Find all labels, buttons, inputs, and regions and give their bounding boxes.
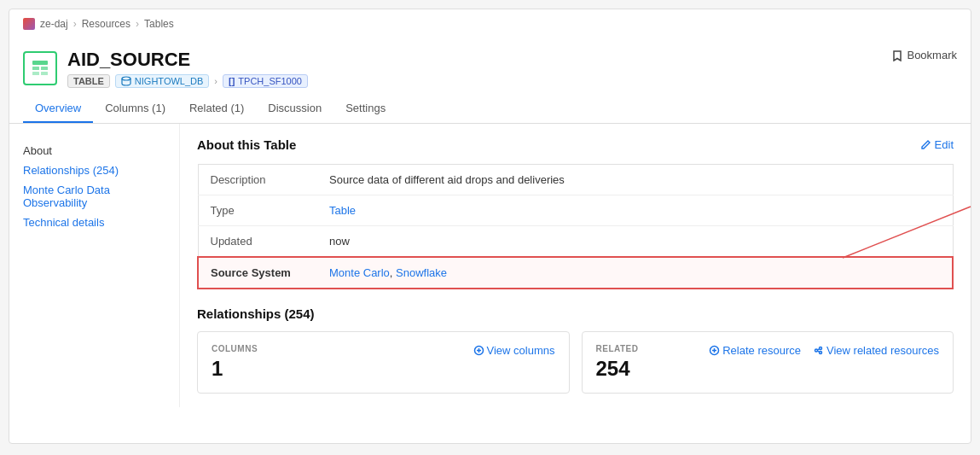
relate-resource-link[interactable]: Relate resource	[709, 344, 801, 357]
header-section: AID_SOURCE TABLE NIGHTOWL_DB › [] TPCH_S…	[9, 38, 971, 95]
badge-table: TABLE	[67, 74, 110, 88]
about-title: About this Table	[197, 137, 296, 152]
svg-rect-0	[32, 61, 48, 65]
source-system-label: Source System	[198, 257, 317, 289]
header-left: AID_SOURCE TABLE NIGHTOWL_DB › [] TPCH_S…	[23, 49, 308, 88]
sidebar-item-about[interactable]: About	[23, 141, 165, 160]
sidebar-item-technical[interactable]: Technical details	[23, 213, 165, 232]
main-content: About this Table Edit Description Source…	[180, 124, 971, 407]
relationships-title: Relationships (254)	[197, 306, 954, 321]
page-title: AID_SOURCE	[67, 49, 308, 71]
tabs: Overview Columns (1) Related (1) Discuss…	[9, 95, 971, 124]
svg-point-13	[815, 349, 818, 352]
header-title-area: AID_SOURCE TABLE NIGHTOWL_DB › [] TPCH_S…	[67, 49, 308, 88]
columns-card-count: 1	[212, 357, 258, 381]
table-icon	[23, 51, 57, 85]
svg-point-14	[820, 347, 822, 350]
breadcrumb-page: Tables	[144, 18, 174, 30]
row-label: Updated	[198, 226, 317, 258]
tab-overview[interactable]: Overview	[23, 95, 93, 123]
columns-card: COLUMNS 1 View columns	[197, 331, 570, 394]
callout-arrow-svg	[834, 198, 980, 266]
header-badges: TABLE NIGHTOWL_DB › [] TPCH_SF1000	[67, 74, 308, 88]
bookmark-button[interactable]: Bookmark	[891, 49, 957, 61]
relationship-cards: COLUMNS 1 View columns	[197, 331, 954, 394]
related-card-header: RELATED	[596, 344, 639, 353]
edit-button[interactable]: Edit	[920, 138, 954, 151]
breadcrumb-icon	[23, 18, 35, 30]
breadcrumb-org[interactable]: ze-daj	[40, 18, 68, 30]
tab-columns[interactable]: Columns (1)	[93, 95, 177, 123]
about-section-header: About this Table Edit	[197, 137, 954, 152]
row-label: Description	[198, 165, 317, 195]
svg-rect-4	[41, 72, 48, 75]
badge-db: NIGHTOWL_DB	[115, 74, 209, 88]
svg-point-5	[122, 77, 130, 80]
view-columns-link[interactable]: View columns	[473, 344, 555, 357]
view-related-resources-link[interactable]: View related resources	[813, 344, 939, 357]
row-value: Source data of different aid drops and d…	[317, 165, 953, 195]
tab-related[interactable]: Related (1)	[177, 95, 256, 123]
badge-schema: [] TPCH_SF1000	[223, 74, 308, 88]
svg-point-15	[820, 352, 822, 354]
sidebar-item-relationships[interactable]: Relationships (254)	[23, 160, 165, 180]
sidebar: About Relationships (254) Monte Carlo Da…	[9, 124, 180, 407]
tab-discussion[interactable]: Discussion	[256, 95, 333, 123]
svg-rect-3	[32, 72, 39, 75]
related-card: RELATED 254 Relate resource View related…	[582, 331, 954, 394]
breadcrumb-resources[interactable]: Resources	[82, 18, 130, 30]
table-row: Description Source data of different aid…	[198, 165, 953, 195]
svg-line-16	[818, 349, 820, 350]
svg-line-6	[843, 207, 971, 258]
svg-rect-2	[41, 67, 48, 70]
tab-settings[interactable]: Settings	[333, 95, 397, 123]
columns-card-header: COLUMNS	[212, 344, 258, 353]
row-label: Type	[198, 195, 317, 226]
breadcrumb: ze-daj › Resources › Tables	[9, 9, 971, 38]
svg-rect-1	[32, 67, 39, 70]
related-card-count: 254	[596, 357, 639, 381]
sidebar-item-monte-carlo[interactable]: Monte Carlo Data Observability	[23, 180, 165, 213]
svg-line-17	[818, 351, 820, 352]
content-area: About Relationships (254) Monte Carlo Da…	[9, 124, 971, 407]
